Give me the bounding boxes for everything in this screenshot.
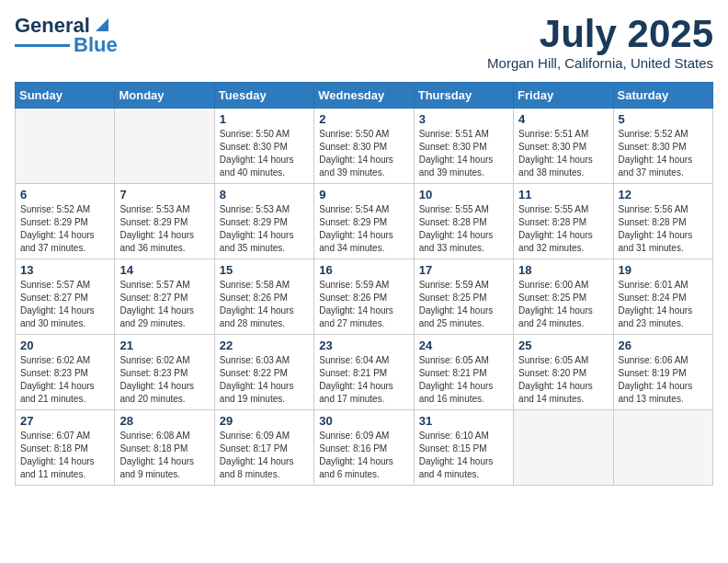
day-number: 17 [419,263,508,277]
cell-info: Sunrise: 6:03 AM Sunset: 8:22 PM Dayligh… [220,354,309,406]
day-number: 1 [220,112,309,126]
column-header-saturday: Saturday [613,83,712,109]
day-number: 21 [119,339,209,352]
cell-info: Sunrise: 5:55 AM Sunset: 8:28 PM Dayligh… [419,203,508,255]
svg-marker-0 [96,18,108,31]
calendar-cell: 3Sunrise: 5:51 AM Sunset: 8:30 PM Daylig… [414,109,513,184]
day-number: 15 [220,263,309,277]
cell-info: Sunrise: 6:01 AM Sunset: 8:24 PM Dayligh… [619,279,708,330]
day-number: 6 [20,188,109,201]
cell-info: Sunrise: 5:52 AM Sunset: 8:30 PM Dayligh… [619,128,708,179]
cell-info: Sunrise: 5:59 AM Sunset: 8:26 PM Dayligh… [319,279,408,330]
calendar-cell: 16Sunrise: 5:59 AM Sunset: 8:26 PM Dayli… [314,259,414,335]
cell-info: Sunrise: 5:56 AM Sunset: 8:28 PM Dayligh… [619,203,708,255]
column-header-monday: Monday [115,83,214,109]
day-number: 28 [119,414,209,428]
calendar-cell: 2Sunrise: 5:50 AM Sunset: 8:30 PM Daylig… [314,109,414,184]
column-header-wednesday: Wednesday [314,83,414,109]
logo: General Blue [15,15,118,55]
cell-info: Sunrise: 6:02 AM Sunset: 8:23 PM Dayligh… [119,354,209,406]
calendar-cell: 29Sunrise: 6:09 AM Sunset: 8:17 PM Dayli… [214,410,313,486]
cell-info: Sunrise: 6:09 AM Sunset: 8:17 PM Dayligh… [220,430,309,481]
calendar-cell: 1Sunrise: 5:50 AM Sunset: 8:30 PM Daylig… [214,109,313,184]
cell-info: Sunrise: 6:08 AM Sunset: 8:18 PM Dayligh… [119,430,209,481]
calendar-cell: 25Sunrise: 6:05 AM Sunset: 8:20 PM Dayli… [514,335,613,410]
day-number: 18 [518,263,608,277]
cell-info: Sunrise: 5:54 AM Sunset: 8:29 PM Dayligh… [319,203,408,255]
cell-info: Sunrise: 5:59 AM Sunset: 8:25 PM Dayligh… [419,279,508,330]
calendar-week-4: 20Sunrise: 6:02 AM Sunset: 8:23 PM Dayli… [16,335,713,410]
day-number: 30 [319,414,408,428]
cell-info: Sunrise: 6:10 AM Sunset: 8:15 PM Dayligh… [419,430,508,481]
calendar-cell: 7Sunrise: 5:53 AM Sunset: 8:29 PM Daylig… [115,184,214,259]
cell-info: Sunrise: 6:00 AM Sunset: 8:25 PM Dayligh… [518,279,608,330]
calendar-cell [115,109,214,184]
column-header-sunday: Sunday [16,83,115,109]
calendar-cell: 8Sunrise: 5:53 AM Sunset: 8:29 PM Daylig… [214,184,313,259]
cell-info: Sunrise: 5:52 AM Sunset: 8:29 PM Dayligh… [20,203,109,255]
calendar-cell: 10Sunrise: 5:55 AM Sunset: 8:28 PM Dayli… [414,184,513,259]
calendar-cell [16,109,115,184]
calendar-cell: 5Sunrise: 5:52 AM Sunset: 8:30 PM Daylig… [613,109,712,184]
calendar-header-row: SundayMondayTuesdayWednesdayThursdayFrid… [16,83,713,109]
cell-info: Sunrise: 6:06 AM Sunset: 8:19 PM Dayligh… [619,354,708,406]
calendar-cell: 24Sunrise: 6:05 AM Sunset: 8:21 PM Dayli… [414,335,513,410]
day-number: 26 [619,339,708,352]
logo-icon-area: General Blue [15,15,118,55]
cell-info: Sunrise: 5:57 AM Sunset: 8:27 PM Dayligh… [20,279,109,330]
calendar-cell [613,410,712,486]
day-number: 13 [20,263,109,277]
calendar-cell: 19Sunrise: 6:01 AM Sunset: 8:24 PM Dayli… [613,259,712,335]
cell-info: Sunrise: 5:51 AM Sunset: 8:30 PM Dayligh… [419,128,508,179]
day-number: 16 [319,263,408,277]
day-number: 8 [220,188,309,201]
calendar-week-2: 6Sunrise: 5:52 AM Sunset: 8:29 PM Daylig… [16,184,713,259]
day-number: 4 [518,112,608,126]
calendar-cell: 14Sunrise: 5:57 AM Sunset: 8:27 PM Dayli… [115,259,214,335]
day-number: 20 [20,339,109,352]
calendar-cell: 31Sunrise: 6:10 AM Sunset: 8:15 PM Dayli… [414,410,513,486]
cell-info: Sunrise: 5:51 AM Sunset: 8:30 PM Dayligh… [518,128,608,179]
day-number: 14 [119,263,209,277]
day-number: 24 [419,339,508,352]
cell-info: Sunrise: 5:50 AM Sunset: 8:30 PM Dayligh… [220,128,309,179]
day-number: 11 [518,188,608,201]
calendar-cell: 20Sunrise: 6:02 AM Sunset: 8:23 PM Dayli… [16,335,115,410]
calendar-cell: 15Sunrise: 5:58 AM Sunset: 8:26 PM Dayli… [214,259,313,335]
page-header: General Blue July 2025 Morgan Hill, Cali… [15,15,713,71]
day-number: 10 [419,188,508,201]
calendar-cell: 17Sunrise: 5:59 AM Sunset: 8:25 PM Dayli… [414,259,513,335]
calendar-cell: 21Sunrise: 6:02 AM Sunset: 8:23 PM Dayli… [115,335,214,410]
calendar-cell: 22Sunrise: 6:03 AM Sunset: 8:22 PM Dayli… [214,335,313,410]
day-number: 5 [619,112,708,126]
column-header-tuesday: Tuesday [214,83,313,109]
column-header-friday: Friday [514,83,613,109]
calendar-cell [514,410,613,486]
calendar-cell: 30Sunrise: 6:09 AM Sunset: 8:16 PM Dayli… [314,410,414,486]
location: Morgan Hill, California, United States [487,55,713,71]
cell-info: Sunrise: 6:02 AM Sunset: 8:23 PM Dayligh… [20,354,109,406]
calendar-cell: 12Sunrise: 5:56 AM Sunset: 8:28 PM Dayli… [613,184,712,259]
day-number: 22 [220,339,309,352]
calendar-cell: 4Sunrise: 5:51 AM Sunset: 8:30 PM Daylig… [514,109,613,184]
column-header-thursday: Thursday [414,83,513,109]
day-number: 25 [518,339,608,352]
calendar-cell: 26Sunrise: 6:06 AM Sunset: 8:19 PM Dayli… [613,335,712,410]
calendar-cell: 23Sunrise: 6:04 AM Sunset: 8:21 PM Dayli… [314,335,414,410]
cell-info: Sunrise: 6:09 AM Sunset: 8:16 PM Dayligh… [319,430,408,481]
logo-blue: Blue [74,35,118,55]
cell-info: Sunrise: 5:55 AM Sunset: 8:28 PM Dayligh… [518,203,608,255]
day-number: 27 [20,414,109,428]
logo-triangle-icon [92,15,112,35]
cell-info: Sunrise: 5:57 AM Sunset: 8:27 PM Dayligh… [119,279,209,330]
cell-info: Sunrise: 6:07 AM Sunset: 8:18 PM Dayligh… [20,430,109,481]
calendar-cell: 13Sunrise: 5:57 AM Sunset: 8:27 PM Dayli… [16,259,115,335]
calendar-cell: 18Sunrise: 6:00 AM Sunset: 8:25 PM Dayli… [514,259,613,335]
calendar-week-5: 27Sunrise: 6:07 AM Sunset: 8:18 PM Dayli… [16,410,713,486]
title-area: July 2025 Morgan Hill, California, Unite… [487,15,713,71]
cell-info: Sunrise: 5:53 AM Sunset: 8:29 PM Dayligh… [220,203,309,255]
day-number: 29 [220,414,309,428]
cell-info: Sunrise: 5:50 AM Sunset: 8:30 PM Dayligh… [319,128,408,179]
calendar-cell: 27Sunrise: 6:07 AM Sunset: 8:18 PM Dayli… [16,410,115,486]
day-number: 23 [319,339,408,352]
